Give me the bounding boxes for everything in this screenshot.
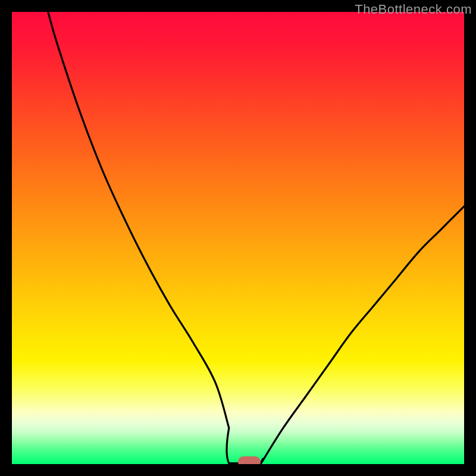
bottleneck-curve <box>12 12 464 464</box>
plot-area <box>12 12 464 464</box>
chart-stage: TheBottleneck.com <box>0 0 476 476</box>
watermark-label: TheBottleneck.com <box>355 2 472 17</box>
optimal-point-marker <box>238 456 261 464</box>
curve-path <box>48 12 464 464</box>
